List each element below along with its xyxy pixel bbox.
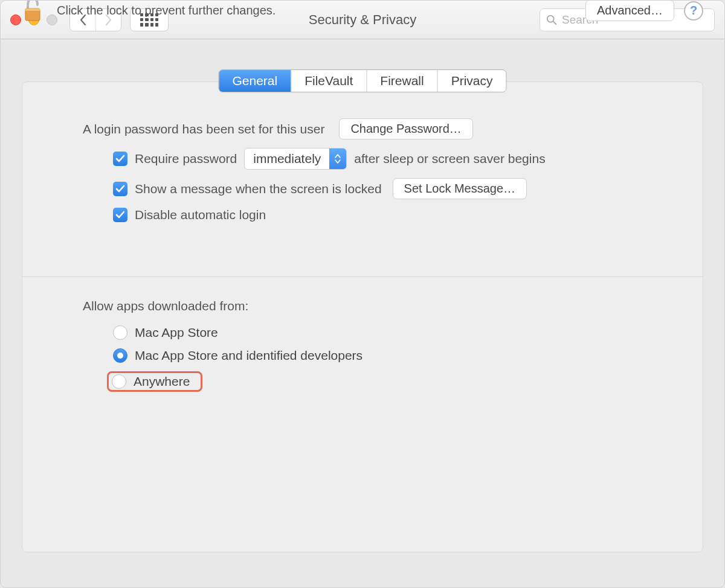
tab-firewall[interactable]: Firewall [366,70,437,92]
advanced-button[interactable]: Advanced… [585,0,674,21]
help-button[interactable]: ? [684,1,703,21]
checkmark-icon [115,210,125,220]
question-icon: ? [690,4,697,18]
radio-mac-app-store[interactable] [113,325,127,340]
close-window-icon[interactable] [10,14,21,25]
footer: Click the lock to prevent further change… [22,0,703,26]
lock-icon[interactable] [22,0,44,26]
checkmark-icon [115,154,125,164]
stepper-arrows-icon [329,149,346,169]
radio-anywhere-row: Anywhere [83,371,642,392]
tab-bar: General FileVault Firewall Privacy [218,69,506,92]
checkmark-icon [115,184,125,194]
change-password-button[interactable]: Change Password… [339,118,472,139]
login-password-row: A login password has been set for this u… [83,118,642,139]
disable-auto-login-row: Disable automatic login [83,208,642,222]
radio-mac-app-store-label: Mac App Store [135,325,218,340]
allow-apps-title: Allow apps downloaded from: [83,299,642,313]
require-password-label: Require password [135,152,237,166]
show-message-checkbox[interactable] [113,182,127,196]
tab-general[interactable]: General [219,70,291,92]
show-message-row: Show a message when the screen is locked… [83,178,642,199]
svg-rect-3 [25,8,40,11]
radio-mac-app-store-row: Mac App Store [83,325,642,340]
radio-anywhere-label: Anywhere [134,374,190,389]
login-password-text: A login password has been set for this u… [83,122,324,136]
radio-identified-developers[interactable] [113,348,127,363]
tab-privacy[interactable]: Privacy [437,70,506,92]
disable-auto-login-label: Disable automatic login [135,208,266,222]
radio-identified-label: Mac App Store and identified developers [135,348,362,363]
general-panel: A login password has been set for this u… [22,81,703,552]
require-password-select[interactable]: immediately [244,148,347,170]
require-password-checkbox[interactable] [113,152,127,166]
require-password-row: Require password immediately after sleep… [83,148,642,170]
require-password-value: immediately [245,149,329,168]
section-divider [22,276,703,277]
disable-auto-login-checkbox[interactable] [113,208,127,222]
tab-filevault[interactable]: FileVault [291,70,366,92]
set-lock-message-button[interactable]: Set Lock Message… [393,178,527,199]
radio-identified-row: Mac App Store and identified developers [83,348,642,363]
show-message-label: Show a message when the screen is locked [135,182,382,196]
lock-text: Click the lock to prevent further change… [57,4,276,18]
after-sleep-text: after sleep or screen saver begins [354,152,545,166]
anywhere-highlight: Anywhere [107,371,202,392]
radio-anywhere[interactable] [112,374,126,389]
